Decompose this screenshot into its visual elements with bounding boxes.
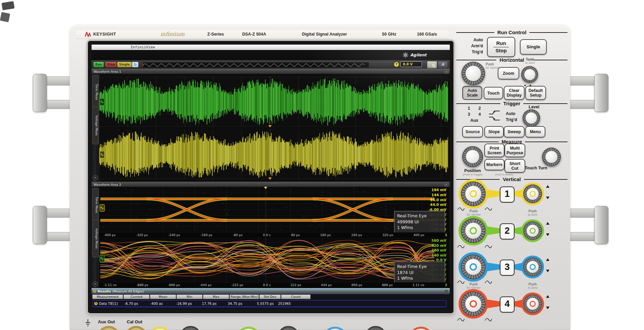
area2-tabstrip: Time Meas Voltage Meas Measurements » xyxy=(92,187,99,288)
eye-diagram-ch2[interactable]: 560 mV420 mV 280 mV140 mV 0.0 V-140 mV -… xyxy=(99,237,450,282)
drag-grip[interactable]: ····· xyxy=(271,289,279,292)
touch-turn-label: Touch Turn xyxy=(522,166,550,170)
results-subtitle: (Measure All Edges) xyxy=(112,289,144,294)
channel2-scale-knob[interactable] xyxy=(461,218,486,243)
single-soft-button[interactable]: Single xyxy=(117,62,132,67)
channel1-scale-knob[interactable] xyxy=(461,181,486,206)
run-soft-button[interactable]: Run xyxy=(93,62,104,67)
stop-soft-button[interactable]: Stop xyxy=(105,62,117,67)
channel2-marker-icon[interactable] xyxy=(100,255,105,262)
eye-diagram-ch1[interactable]: 194 mV144 mV 94.0 mV44.0 mV -6.00 mV-56.… xyxy=(99,187,450,232)
channel1-marker-icon[interactable] xyxy=(100,151,105,158)
channel3-offset-knob[interactable] xyxy=(523,258,542,276)
channel1-offset-knob[interactable] xyxy=(523,184,542,203)
channel3-scale-knob[interactable] xyxy=(461,255,486,279)
trigger-level-value[interactable]: 0.0 V xyxy=(400,61,422,67)
window-titlebar: InfiniiView xyxy=(92,45,450,50)
channel3-button[interactable]: 3 xyxy=(500,260,515,276)
brand-keysight: KEYSIGHT xyxy=(93,32,116,37)
trigger-marker-icon: T xyxy=(394,62,399,67)
results-column-headers: Measurement Current Mean Min Max Range (… xyxy=(92,294,311,299)
tab-time-meas[interactable]: Time Meas xyxy=(92,75,99,109)
aux-out-label: Aux Out xyxy=(98,319,115,324)
slope-button[interactable]: Slope xyxy=(484,126,504,138)
drag-grip[interactable]: ····· xyxy=(271,69,279,72)
center-reference-line xyxy=(266,237,266,282)
center-reference-line xyxy=(270,129,270,179)
default-setup-button[interactable]: DefaultSetup xyxy=(525,86,546,100)
area1-plots xyxy=(99,74,450,182)
position-knob[interactable] xyxy=(462,146,483,167)
tab-time-meas[interactable]: Time Meas xyxy=(92,188,99,222)
gear-icon[interactable] xyxy=(93,290,96,293)
channel1-button[interactable]: 1 xyxy=(500,186,515,203)
brand-infiniium: infiniium xyxy=(160,31,184,37)
collapse-icon[interactable] xyxy=(444,290,448,294)
time-reference-marker[interactable] xyxy=(268,177,272,180)
refresh-icon[interactable]: ↻ xyxy=(132,62,139,67)
channel2-marker-icon[interactable] xyxy=(100,98,105,106)
horizontal-position-hint: Pushto Zero xyxy=(521,57,539,64)
offset-up-icon xyxy=(546,295,549,298)
waveform-area2: Time Meas Voltage Meas Measurements » 19… xyxy=(92,187,450,288)
channel3-offset-hint: Pushto Zero xyxy=(521,282,545,289)
horizontal-position-knob[interactable] xyxy=(521,66,538,83)
run-stop-button[interactable]: Run Stop xyxy=(487,37,515,57)
trigger-position-marker xyxy=(264,187,267,189)
annotation-icon[interactable]: A xyxy=(438,61,448,68)
eye1-info-badge: Real-Time Eye499998 UI1 Wfms xyxy=(394,211,445,233)
results-panel: Results (Measure All Edges) ····· Measur… xyxy=(92,288,450,310)
menu-button[interactable]: Menu xyxy=(525,126,545,138)
results-header[interactable]: Results (Measure All Edges) ····· xyxy=(92,288,450,294)
channel1-marker-icon[interactable] xyxy=(100,204,105,212)
print-screen-button[interactable]: PrintScreen xyxy=(484,144,504,157)
touch-turn-knob[interactable] xyxy=(542,148,561,166)
front-panel: Run Control Auto Arm'd Trig'd Run Stop S… xyxy=(453,28,570,330)
channel4-button[interactable]: 4 xyxy=(500,296,515,313)
vendor-logo-text: Agilent xyxy=(410,53,427,57)
clear-display-button[interactable]: ClearDisplay xyxy=(504,86,525,100)
eye2-time-axis: -1.11 ns-888 ps -666 ps-444 ps -222 ps0.… xyxy=(99,282,450,287)
time-reference-marker[interactable] xyxy=(268,125,272,127)
tab-voltage-meas[interactable]: Voltage Meas xyxy=(92,107,99,144)
touch-button[interactable]: Touch xyxy=(484,87,503,99)
brand-product: Digital Signal Analyzer xyxy=(302,32,347,37)
expand-icon[interactable]: » xyxy=(93,281,98,287)
expand-icon[interactable]: » xyxy=(93,175,98,180)
channel2-offset-knob[interactable] xyxy=(523,221,542,240)
source-button[interactable]: Source xyxy=(462,126,483,138)
brand-bandwidth: 50 GHz xyxy=(382,32,396,37)
eye1-time-axis: -400 ps-320 ps -240 ps-160 ps -80 ps0.0 … xyxy=(99,232,450,237)
instrument-photo: KEYSIGHT infiniium Z-Series DSA-Z 504A D… xyxy=(0,0,644,330)
channel4-offset-knob[interactable] xyxy=(523,294,542,313)
area1-tabstrip: Time Meas Voltage Meas Measurements » xyxy=(92,74,99,182)
markers-button[interactable]: Markers xyxy=(484,159,504,170)
channel2-button[interactable]: 2 xyxy=(500,223,515,239)
window-title: InfiniiView xyxy=(130,45,155,50)
trigger-status-labels: AutoTrig'd xyxy=(506,111,517,123)
multi-purpose-button[interactable]: MultiPurpose xyxy=(504,144,525,157)
horizontal-scale-knob[interactable] xyxy=(462,62,485,85)
rising-edge-icon xyxy=(488,110,501,115)
sweep-button[interactable]: Sweep xyxy=(504,126,525,138)
channel1-waveform-plot[interactable] xyxy=(99,129,449,179)
cal-out-label: Cal Out xyxy=(127,319,142,324)
auto-scale-button[interactable]: AutoScale xyxy=(462,86,482,100)
trigger-level-knob[interactable] xyxy=(523,109,540,127)
channel4-scale-knob[interactable] xyxy=(461,291,486,316)
acquisition-preview-strip[interactable] xyxy=(142,62,369,68)
results-row-data-tie[interactable]: 1 Data TIE(1) -6.70 ps -400 as -16.99 ps… xyxy=(93,300,446,307)
results-divider xyxy=(93,307,446,308)
tab-voltage-meas[interactable]: Voltage Meas xyxy=(92,220,99,257)
display-bezel: InfiniiView Agilent Run Stop Single ↻ T … xyxy=(88,41,453,313)
channel2-waveform-plot[interactable] xyxy=(99,76,449,127)
results-title: Results xyxy=(98,289,111,294)
zoom-button[interactable]: Zoom xyxy=(498,67,519,79)
zoom-region-icon[interactable] xyxy=(427,61,437,68)
agilent-star-icon xyxy=(403,52,408,58)
single-button[interactable]: Single xyxy=(520,39,547,55)
screen: InfiniiView Agilent Run Stop Single ↻ T … xyxy=(92,45,450,310)
position-label: Position xyxy=(458,168,487,173)
center-reference-line xyxy=(266,187,266,232)
drag-grip[interactable]: ····· xyxy=(271,182,279,185)
